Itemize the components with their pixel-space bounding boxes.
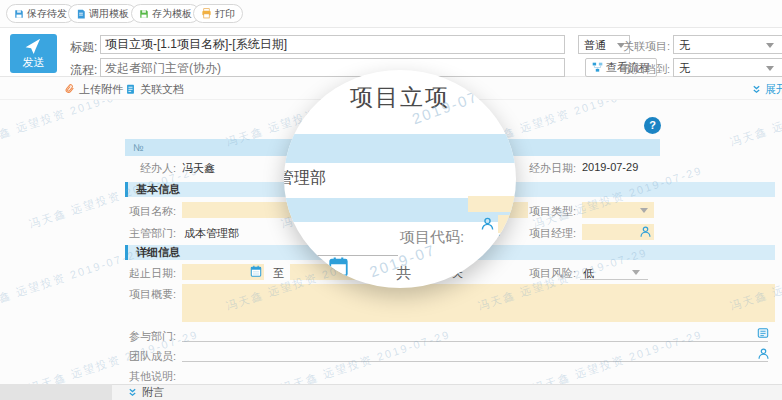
expand-label: 展开 xyxy=(765,82,782,97)
related-project-value: 无 xyxy=(679,39,690,51)
pre-archive-select[interactable]: 无 xyxy=(673,58,782,77)
org-picker-icon[interactable] xyxy=(757,327,769,339)
related-project-label: 关联项目: xyxy=(604,39,670,54)
summary-textarea[interactable] xyxy=(182,284,775,322)
upload-attachment-link[interactable]: 上传附件 xyxy=(64,82,123,97)
handler-label: 经办人: xyxy=(110,161,176,176)
handler-value: 冯天鑫 xyxy=(182,161,215,176)
magnifier-orange-field xyxy=(468,196,516,212)
paper-plane-icon xyxy=(24,39,43,56)
team-input[interactable] xyxy=(182,346,768,362)
date-range-label: 起止日期: xyxy=(110,266,176,281)
expand-toggle[interactable]: 展开 xyxy=(752,82,782,97)
save-as-template-button[interactable]: 存为模板 xyxy=(131,4,200,23)
printer-icon xyxy=(201,8,212,19)
magnifier-days-fragment: 共 xyxy=(396,264,411,283)
flow-chart-icon xyxy=(592,62,603,73)
dropdown-arrow-icon xyxy=(640,208,648,213)
other-label: 其他说明: xyxy=(110,369,176,384)
to-label: 至 xyxy=(273,266,284,281)
print-button[interactable]: 打印 xyxy=(193,4,243,23)
section-basic-label: 基本信息 xyxy=(136,183,180,195)
person-picker-icon[interactable] xyxy=(639,225,652,238)
load-template-button[interactable]: 调用模板 xyxy=(68,4,137,23)
priority-value: 普通 xyxy=(584,39,606,51)
print-label: 打印 xyxy=(215,7,235,21)
risk-select[interactable]: 低 xyxy=(580,264,648,280)
person-picker-icon[interactable] xyxy=(757,347,770,360)
save-as-template-label: 存为模板 xyxy=(152,7,192,21)
linked-doc-label: 关联文档 xyxy=(140,82,184,97)
postscript-bar[interactable]: 附言 xyxy=(112,384,782,400)
calendar-icon[interactable] xyxy=(250,265,262,277)
save-pending-button[interactable]: 保存待发 xyxy=(6,4,75,23)
related-project-select[interactable]: 无 xyxy=(673,35,782,54)
toolbar: 保存待发 调用模板 存为模板 打印 xyxy=(0,0,782,28)
postscript-label: 附言 xyxy=(142,385,164,400)
dropdown-arrow-icon xyxy=(766,43,774,48)
serial-label: № xyxy=(133,142,144,153)
section-detail-label: 详细信息 xyxy=(136,246,180,258)
help-button[interactable]: ? xyxy=(644,117,661,134)
magnifier-dept-fragment: 管理部 xyxy=(284,168,326,189)
project-type-label: 项目类型: xyxy=(510,204,576,219)
risk-value: 低 xyxy=(583,266,594,281)
load-template-label: 调用模板 xyxy=(89,7,129,21)
participants-label: 参与部门: xyxy=(110,329,176,344)
send-button[interactable]: 发送 xyxy=(10,34,57,73)
save-as-template-icon xyxy=(139,9,149,19)
manager-label: 项目经理: xyxy=(510,226,576,241)
workflow-form-window: 保存待发 调用模板 存为模板 打印 发送 标题: xyxy=(0,0,782,400)
handler-date-value: 2019-07-29 xyxy=(582,161,638,173)
pre-archive-label: 预归档到: xyxy=(604,62,670,77)
participants-input[interactable] xyxy=(182,326,768,342)
handler-date-label: 经办日期: xyxy=(510,161,576,176)
save-pending-label: 保存待发 xyxy=(27,7,67,21)
pre-archive-value: 无 xyxy=(679,62,690,74)
bottom-left-panel xyxy=(0,384,112,400)
document-icon xyxy=(125,84,136,95)
chevron-double-down-icon xyxy=(752,85,761,94)
title-input[interactable] xyxy=(100,35,565,54)
person-picker-icon xyxy=(480,216,495,231)
send-label: 发送 xyxy=(10,55,57,70)
help-glyph: ? xyxy=(649,119,656,131)
dept-value: 成本管理部 xyxy=(184,226,239,241)
dropdown-arrow-icon xyxy=(766,66,774,71)
dept-label: 主管部门: xyxy=(110,226,176,241)
linked-doc-link[interactable]: 关联文档 xyxy=(125,82,184,97)
risk-label: 项目风险: xyxy=(510,266,576,281)
project-type-select[interactable] xyxy=(582,202,654,218)
team-label: 团队成员: xyxy=(110,349,176,364)
magnifier-circle: 项目立项 2019-07-2 管理部 项目代码: 2019-07 共 xyxy=(284,70,516,288)
flow-input[interactable] xyxy=(100,58,565,77)
summary-label: 项目概要: xyxy=(110,287,176,302)
dropdown-arrow-icon xyxy=(632,270,640,275)
project-name-label: 项目名称: xyxy=(110,204,176,219)
upload-attachment-label: 上传附件 xyxy=(79,82,123,97)
paperclip-icon xyxy=(64,84,75,95)
template-icon xyxy=(76,9,86,19)
chevron-double-down-icon xyxy=(128,388,137,397)
title-label: 标题: xyxy=(70,39,97,56)
save-icon xyxy=(14,9,24,19)
magnifier-band xyxy=(284,134,516,163)
